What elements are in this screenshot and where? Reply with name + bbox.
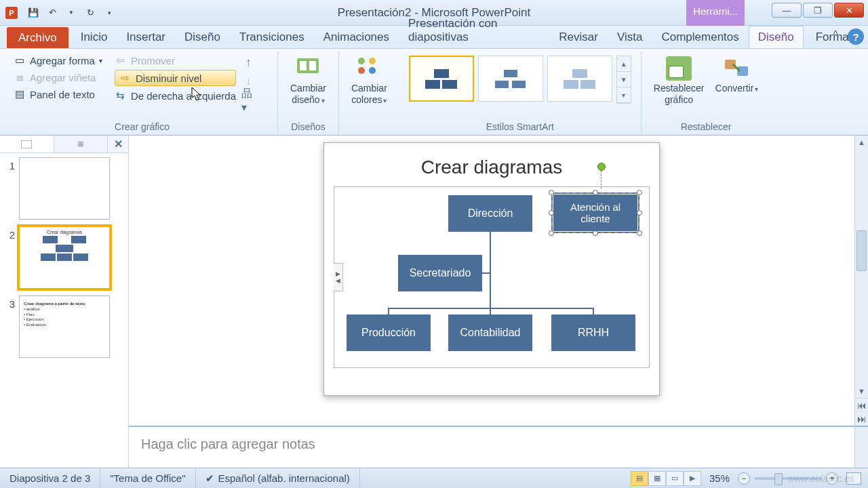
redo-icon[interactable]: ↻: [83, 5, 98, 20]
view-reading-icon[interactable]: ▭: [666, 471, 684, 486]
gallery-up-icon[interactable]: ▲: [617, 56, 631, 72]
tab-slideshow[interactable]: Presentación con diapositivas: [399, 12, 549, 48]
tab-view[interactable]: Vista: [608, 26, 652, 48]
scroll-up-icon[interactable]: ▲: [855, 136, 868, 149]
demote-button[interactable]: ⇨ Disminuir nivel: [115, 70, 236, 86]
slide-title[interactable]: Crear diagramas: [324, 143, 659, 184]
tab-file[interactable]: Archivo: [7, 27, 68, 48]
maximize-button[interactable]: ❐: [803, 3, 833, 18]
tab-transitions[interactable]: Transiciones: [230, 26, 314, 48]
add-bullet-label: Agregar viñeta: [30, 72, 96, 83]
thumbnail-2[interactable]: Crear diagramas: [19, 226, 110, 289]
thumb3-b1: • análisis: [24, 307, 105, 312]
move-up-icon[interactable]: ↑: [241, 56, 255, 69]
move-down-icon[interactable]: ↓: [241, 75, 255, 88]
slide[interactable]: Crear diagramas ▶◀ Dirección Atención al…: [323, 142, 660, 396]
app-icon[interactable]: P: [5, 7, 18, 19]
text-pane-button[interactable]: ▤ Panel de texto: [14, 87, 102, 102]
undo-dropdown-icon[interactable]: ▼: [64, 5, 79, 20]
org-box-secretariado[interactable]: Secretariado: [398, 255, 482, 291]
notes-pane[interactable]: Haga clic para agregar notas: [129, 426, 868, 468]
contextual-tab-smartart-tools[interactable]: Herrami...: [686, 0, 745, 26]
group-colors: Cambiar colores: [339, 52, 399, 135]
save-icon[interactable]: 💾: [26, 5, 41, 20]
tab-insert[interactable]: Insertar: [117, 26, 175, 48]
group-reset: Restablecer gráfico Convertir Restablece…: [642, 52, 771, 135]
zoom-value[interactable]: 35%: [709, 472, 730, 484]
add-shape-label: Agregar forma: [30, 55, 95, 66]
close-button[interactable]: ✕: [834, 3, 864, 18]
convert-icon: [723, 56, 750, 81]
view-slideshow-icon[interactable]: ▶: [684, 471, 701, 486]
reset-graphic-button[interactable]: Restablecer gráfico: [648, 53, 710, 106]
change-colors-button[interactable]: Cambiar colores: [346, 53, 393, 106]
prev-slide-icon[interactable]: ⏮: [855, 399, 868, 412]
view-buttons: ▤ ▦ ▭ ▶: [631, 471, 701, 486]
svg-rect-5: [21, 140, 32, 148]
add-shape-icon: ▭: [14, 54, 26, 66]
gallery-more-icon[interactable]: ▾: [617, 87, 631, 103]
thumbnail-row-2: 2 Crear diagramas: [3, 226, 125, 289]
thumbnails-list: 1 2 Crear diagramas 3 Crea: [0, 153, 128, 369]
scroll-down-icon[interactable]: ▼: [855, 384, 868, 398]
add-shape-button[interactable]: ▭ Agregar forma ▾: [14, 53, 102, 68]
panel-tab-slides[interactable]: [0, 136, 54, 152]
smartart-frame[interactable]: ▶◀ Dirección Atención al cliente: [334, 186, 650, 368]
convert-button[interactable]: Convertir: [710, 53, 764, 106]
view-normal-icon[interactable]: ▤: [631, 471, 648, 486]
status-theme[interactable]: "Tema de Office": [100, 468, 195, 488]
layout-dropdown-icon[interactable]: 品▾: [241, 94, 255, 107]
promote-button[interactable]: ⇦ Promover: [115, 53, 236, 68]
org-box-atencion[interactable]: Atención al cliente: [551, 192, 639, 233]
thumb3-b2: • Plan: [24, 312, 105, 318]
group-label-reset: Restablecer: [648, 120, 764, 135]
add-bullet-button[interactable]: ≣ Agregar viñeta: [14, 70, 102, 85]
thumb3-title: Crear diagrama a partir de texto: [24, 302, 105, 307]
text-pane-icon: ▤: [14, 88, 26, 100]
view-sorter-icon[interactable]: ▦: [648, 471, 666, 486]
org-box-rrhh[interactable]: RRHH: [551, 314, 635, 351]
slide-canvas-area[interactable]: Crear diagramas ▶◀ Dirección Atención al…: [129, 136, 854, 426]
org-box-direccion[interactable]: Dirección: [448, 195, 532, 232]
scroll-track[interactable]: [855, 149, 868, 384]
tab-smartart-design[interactable]: Diseño: [749, 26, 804, 48]
demote-icon: ⇨: [119, 72, 132, 84]
help-icon[interactable]: ?: [848, 28, 864, 45]
org-box-produccion[interactable]: Producción: [347, 314, 431, 351]
panel-close-icon[interactable]: ✕: [108, 136, 128, 152]
thumb-number: 1: [3, 157, 15, 171]
change-layout-button[interactable]: Cambiar diseño: [285, 53, 332, 106]
spellcheck-icon: ✔: [205, 472, 214, 485]
workspace: ≡ ✕ 1 2 Crear diagramas 3: [0, 136, 868, 468]
thumbnail-3[interactable]: Crear diagrama a partir de texto • análi…: [19, 296, 110, 358]
style-item-2[interactable]: [478, 56, 543, 102]
ribbon-collapse-icon[interactable]: ^: [829, 28, 842, 42]
tab-design[interactable]: Diseño: [175, 26, 230, 48]
vertical-scrollbar[interactable]: ▲ ▼ ⏮ ⏭: [854, 136, 868, 426]
next-slide-icon[interactable]: ⏭: [855, 412, 868, 426]
reset-label1: Restablecer: [654, 83, 705, 94]
tab-review[interactable]: Revisar: [549, 26, 608, 48]
rotation-handle[interactable]: [597, 163, 606, 171]
zoom-out-icon[interactable]: −: [738, 472, 750, 485]
qat-customize-icon[interactable]: ▾: [102, 5, 117, 20]
panel-tab-outline[interactable]: ≡: [54, 136, 108, 152]
tab-animations[interactable]: Animaciones: [314, 26, 399, 48]
notes-scrollbar[interactable]: [854, 427, 868, 468]
quick-access-toolbar: 💾 ↶ ▼ ↻ ▾: [26, 5, 117, 20]
thumbnail-1[interactable]: [19, 157, 110, 220]
scroll-thumb[interactable]: [856, 230, 867, 271]
status-language[interactable]: ✔ Español (alfab. internacional): [196, 468, 360, 488]
ribbon-tabs: Archivo Inicio Insertar Diseño Transicio…: [0, 26, 868, 49]
style-item-3[interactable]: [547, 56, 612, 102]
org-box-contabilidad[interactable]: Contabilidad: [448, 314, 532, 351]
gallery-down-icon[interactable]: ▼: [617, 72, 631, 87]
status-slide-number[interactable]: Diapositiva 2 de 3: [0, 468, 100, 488]
tab-addins[interactable]: Complementos: [652, 26, 748, 48]
style-item-1[interactable]: [409, 56, 474, 102]
undo-icon[interactable]: ↶: [45, 5, 60, 20]
rtl-button[interactable]: ⇆ De derecha a izquierda: [115, 88, 236, 103]
tab-home[interactable]: Inicio: [71, 26, 117, 48]
slide-thumbnails-panel: ≡ ✕ 1 2 Crear diagramas 3: [0, 136, 129, 468]
minimize-button[interactable]: —: [772, 3, 802, 18]
